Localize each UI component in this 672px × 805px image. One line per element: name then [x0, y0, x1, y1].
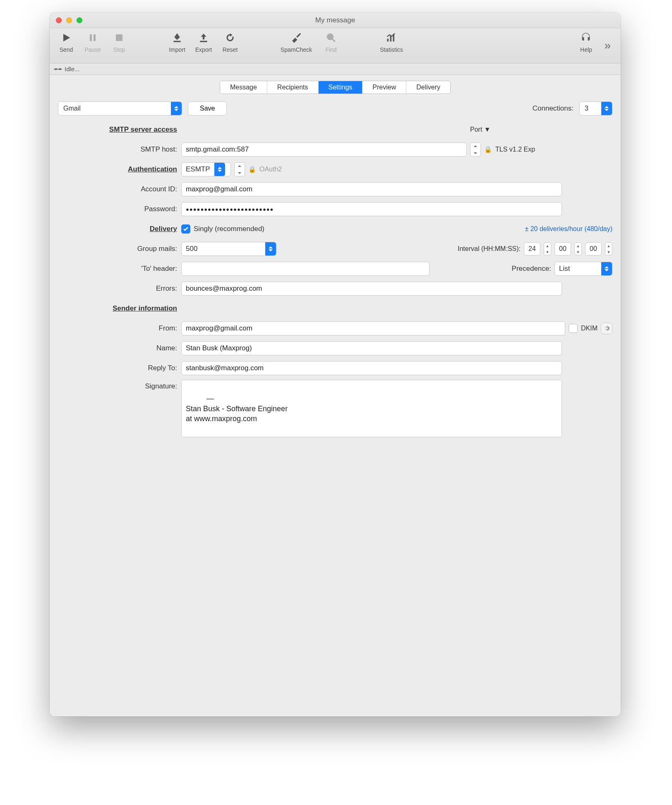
from-label: From: [58, 324, 178, 333]
signature-label: Signature: [58, 380, 178, 390]
pause-button: Pause [80, 29, 105, 62]
find-button: Find [319, 29, 343, 62]
chevron-updown-icon [601, 262, 612, 275]
chevron-updown-icon [601, 102, 612, 115]
sender-section-header: Sender information [58, 304, 178, 313]
dkim-settings-button[interactable] [601, 323, 612, 334]
tab-settings[interactable]: Settings [319, 81, 363, 94]
connection-icon [54, 66, 62, 72]
svg-rect-1 [94, 34, 96, 41]
statistics-button[interactable]: Statistics [377, 29, 406, 62]
oauth2-label: OAuth2 [259, 166, 282, 173]
reset-icon [223, 31, 237, 45]
stop-button: Stop [107, 29, 132, 62]
errors-label: Errors: [58, 284, 178, 293]
connections-label: Connections: [533, 104, 574, 113]
content-area: Message Recipients Settings Preview Deli… [50, 75, 621, 716]
svg-rect-0 [90, 34, 92, 41]
delivery-section-header: Delivery [58, 225, 178, 233]
tab-recipients[interactable]: Recipients [267, 81, 319, 94]
reply-to-label: Reply To: [58, 364, 178, 372]
lock-icon: 🔒 [248, 166, 256, 173]
import-icon [170, 31, 184, 45]
dkim-label: DKIM [581, 325, 598, 332]
dkim-checkbox[interactable] [569, 324, 578, 333]
export-icon [197, 31, 211, 45]
to-header-label: 'To' header: [58, 265, 178, 273]
interval-mm-input[interactable]: 00 [554, 242, 571, 255]
save-button[interactable]: Save [188, 101, 227, 116]
auth-section-header: Authentication [58, 165, 178, 174]
spamcheck-button[interactable]: SpamCheck [276, 29, 317, 62]
tab-preview[interactable]: Preview [362, 81, 406, 94]
tls-label: TLS v1.2 Exp [495, 146, 535, 153]
headset-icon [579, 31, 593, 45]
group-mails-label: Group mails: [58, 245, 178, 253]
auth-extra-stepper[interactable] [234, 162, 245, 176]
svg-rect-2 [116, 34, 122, 41]
chevron-updown-icon [214, 163, 225, 176]
interval-hh-input[interactable]: 24 [524, 242, 540, 255]
gear-icon [603, 325, 610, 332]
reply-to-input[interactable]: stanbusk@maxprog.com [181, 361, 562, 375]
account-id-label: Account ID: [58, 185, 178, 193]
tab-message[interactable]: Message [220, 81, 267, 94]
toolbar: Send Pause Stop Import [50, 28, 621, 63]
status-text: Idle... [65, 65, 80, 72]
from-input[interactable]: maxprog@gmail.com [181, 321, 565, 335]
app-window: My message Send Pause Stop [50, 12, 621, 716]
tab-delivery[interactable]: Delivery [406, 81, 450, 94]
account-select[interactable]: Gmail [58, 101, 182, 116]
singly-checkbox[interactable] [181, 224, 190, 234]
connections-select[interactable]: 3 [579, 101, 612, 116]
lock-icon: 🔒 [484, 146, 492, 153]
smtp-section-header: SMTP server access [58, 125, 178, 134]
singly-label: Singly (recommended) [194, 225, 264, 233]
precedence-select[interactable]: List [554, 262, 612, 276]
chevron-updown-icon [265, 242, 276, 255]
window-title: My message [50, 16, 621, 24]
delivery-rate-label: ± 20 deliveries/hour (480/day) [525, 225, 612, 233]
group-mails-select[interactable]: 500 [181, 242, 276, 256]
name-input[interactable]: Stan Busk (Maxprog) [181, 341, 562, 355]
account-row: Gmail Save Connections: 3 [58, 101, 612, 116]
interval-mm-stepper[interactable]: ▲▼ [574, 242, 582, 255]
import-button[interactable]: Import [165, 29, 190, 62]
signature-textarea[interactable]: — Stan Busk - Software Engineer at www.m… [181, 380, 562, 437]
smtp-host-stepper[interactable] [470, 142, 481, 157]
to-header-input[interactable] [181, 262, 430, 276]
broom-icon [289, 31, 303, 45]
auth-method-select[interactable]: ESMTP [181, 162, 231, 176]
port-dropdown[interactable]: Port ▼ [470, 126, 491, 133]
export-button[interactable]: Export [191, 29, 216, 62]
password-label: Password: [58, 205, 178, 213]
account-id-input[interactable]: maxprog@gmail.com [181, 182, 562, 196]
svg-line-4 [332, 39, 335, 42]
chart-icon [384, 31, 398, 45]
precedence-label: Precedence: [512, 265, 551, 273]
interval-label: Interval (HH:MM:SS): [458, 245, 521, 253]
play-icon [59, 31, 73, 45]
send-button[interactable]: Send [54, 29, 79, 62]
smtp-host-input[interactable]: smtp.gmail.com:587 [181, 142, 467, 157]
search-icon [324, 31, 338, 45]
password-input[interactable]: ●●●●●●●●●●●●●●●●●●●●●●●● [181, 202, 562, 216]
titlebar: My message [50, 12, 621, 28]
smtp-host-label: SMTP host: [58, 145, 178, 154]
tab-bar: Message Recipients Settings Preview Deli… [58, 81, 612, 94]
status-bar: Idle... [50, 63, 621, 75]
chevron-updown-icon [171, 102, 182, 115]
interval-hh-stepper[interactable]: ▲▼ [544, 242, 551, 255]
help-button[interactable]: Help [574, 29, 598, 62]
reset-button[interactable]: Reset [218, 29, 242, 62]
stop-icon [112, 31, 126, 45]
errors-input[interactable]: bounces@maxprog.com [181, 282, 562, 296]
interval-ss-stepper[interactable]: ▲▼ [605, 242, 612, 255]
name-label: Name: [58, 344, 178, 352]
svg-point-3 [327, 34, 333, 39]
pause-icon [86, 31, 100, 45]
toolbar-overflow-button[interactable]: » [598, 39, 617, 52]
interval-ss-input[interactable]: 00 [585, 242, 602, 255]
